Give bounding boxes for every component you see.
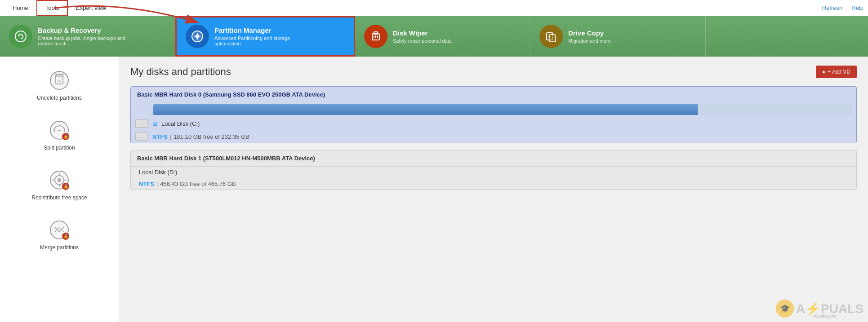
sidebar-item-split-partition[interactable]: 🔒 Split partition [4, 113, 114, 156]
disk-panel-1: Basic MBR Hard Disk 1 (ST500LM012 HN-M50… [130, 150, 857, 190]
backup-recovery-desc: Create backup jobs, single backups and r… [38, 35, 137, 46]
disk-wiper-title: Disk Wiper [393, 29, 452, 37]
disk-panel-0: Basic MBR Hard Disk 0 (Samsung SSD 860 E… [130, 86, 857, 143]
drive-copy-icon [539, 25, 563, 48]
sidebar-item-merge[interactable]: 🔒 Merge partitions [4, 213, 114, 256]
tool-backup-recovery[interactable]: Backup & Recovery Create backup jobs, si… [0, 16, 175, 57]
disk-1-partition-d: Local Disk (D:) [131, 166, 856, 178]
nav-left: Home Tools Expert view [4, 0, 114, 16]
refresh-link[interactable]: Refresh [822, 4, 843, 11]
nav-tools[interactable]: Tools [36, 0, 68, 16]
add-vd-icon: ● [822, 69, 825, 75]
svg-rect-5 [374, 32, 378, 34]
disk-1-fs: NTFS [139, 181, 154, 187]
split-icon: 🔒 [48, 119, 71, 142]
nav-right: Refresh Help [822, 4, 864, 11]
backup-recovery-icon [9, 25, 32, 48]
svg-rect-10 [549, 35, 556, 42]
svg-point-18 [58, 178, 61, 182]
sidebar-label-redistribute: Redistribute free space [31, 194, 87, 201]
disk-wiper-icon [364, 25, 387, 48]
tools-bar: Backup & Recovery Create backup jobs, si… [0, 16, 868, 57]
redistribute-icon: 🔒 [48, 168, 71, 192]
top-nav: Home Tools Expert view Refresh Help [0, 0, 868, 16]
merge-badge: 🔒 [62, 233, 69, 240]
disk-0-ntfs-menu-btn[interactable]: ... [135, 132, 148, 141]
nav-home[interactable]: Home [4, 1, 36, 15]
drive-copy-title: Drive Copy [568, 29, 611, 37]
content-pane: My disks and partitions ● + Add VD Basic… [119, 57, 868, 322]
disk-1-header: Basic MBR Hard Disk 1 (ST500LM012 HN-M50… [131, 150, 856, 166]
disk-1-size: 456.43 GB free of 465.76 GB [160, 181, 236, 187]
help-link[interactable]: Help [851, 4, 864, 11]
add-vd-button[interactable]: ● + Add VD [816, 66, 857, 78]
disk-0-fs: NTFS [152, 133, 168, 140]
disk-0-header: Basic MBR Hard Disk 0 (Samsung SSD 860 E… [131, 87, 856, 102]
page-title: My disks and partitions [130, 66, 231, 78]
disk-0-label: Local Disk (C:) [161, 120, 200, 127]
redistribute-badge: 🔒 [62, 183, 69, 190]
partition-manager-icon [186, 25, 209, 48]
svg-point-1 [15, 31, 26, 42]
partition-manager-desc: Advanced Partitioning and storage optimi… [214, 35, 313, 46]
sidebar-label-split: Split partition [44, 145, 75, 151]
split-badge: 🔒 [62, 133, 69, 140]
sidebar-label-undelete: Undelete partitions [37, 95, 82, 101]
disk-1-label: Local Disk (D:) [135, 169, 177, 176]
grid-icon: ⊞ [152, 120, 158, 127]
sidebar-label-merge: Merge partitions [40, 244, 79, 251]
sidebar-item-undelete-partitions[interactable]: Undelete partitions [4, 63, 114, 106]
drive-copy-desc: Migration and more [568, 38, 611, 44]
disk-1-ntfs-row: NTFS | 456.43 GB free of 465.76 GB [131, 178, 856, 190]
main-layout: Undelete partitions 🔒 Split partition [0, 57, 868, 322]
merge-icon: 🔒 [48, 218, 71, 242]
content-header: My disks and partitions ● + Add VD [130, 66, 857, 78]
disk-0-partition-c: ... ⊞ Local Disk (C:) [131, 117, 856, 130]
sidebar-item-redistribute[interactable]: 🔒 Redistribute free space [4, 163, 114, 206]
disk-0-ntfs-row: ... NTFS | 181.10 GB free of 232.35 GB [131, 130, 856, 143]
tool-drive-copy[interactable]: Drive Copy Migration and more [530, 16, 706, 57]
disk-0-menu-btn[interactable]: ... [135, 119, 148, 128]
tool-disk-wiper[interactable]: Disk Wiper Safely erase personal data [355, 16, 530, 57]
backup-recovery-title: Backup & Recovery [38, 26, 137, 34]
sidebar: Undelete partitions 🔒 Split partition [0, 57, 119, 322]
undelete-icon [48, 69, 71, 92]
disk-wiper-desc: Safely erase personal data [393, 38, 452, 44]
tool-partition-manager[interactable]: Partition Manager Advanced Partitioning … [175, 16, 355, 57]
disk-0-size: 181.10 GB free of 232.35 GB [174, 133, 249, 140]
partition-manager-title: Partition Manager [214, 26, 313, 34]
toolbar-spacer [706, 16, 868, 57]
nav-expert-view[interactable]: Expert view [68, 1, 114, 15]
